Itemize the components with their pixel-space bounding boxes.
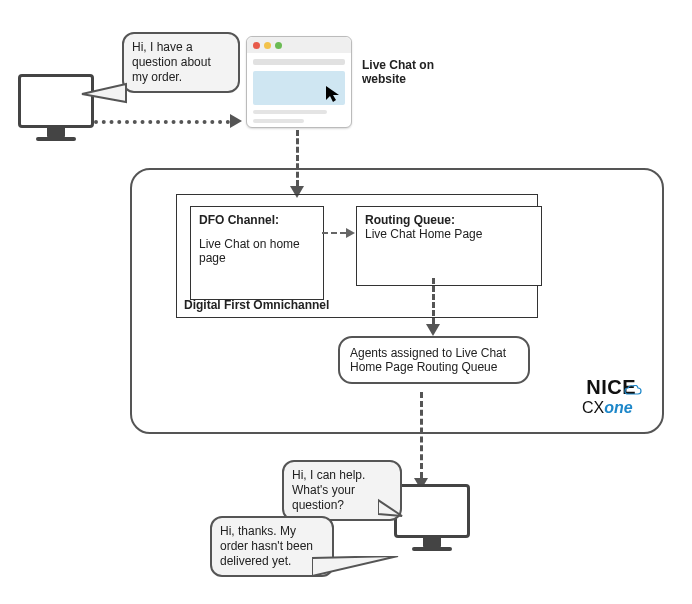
browser-urlbar <box>253 59 345 65</box>
dfo-channel-box: DFO Channel: Live Chat on home page <box>190 206 324 300</box>
browser-titlebar <box>247 37 351 53</box>
agents-text: Agents assigned to Live Chat Home Page R… <box>350 346 506 374</box>
dfo-channel-title: DFO Channel: <box>199 213 315 227</box>
browser-body <box>247 53 351 129</box>
cloud-icon <box>624 385 642 397</box>
live-chat-label: Live Chat on website <box>362 58 472 86</box>
svg-marker-1 <box>326 86 339 102</box>
window-max-dot-icon <box>275 42 282 49</box>
speech-tail-icon <box>378 498 404 520</box>
one-text: one <box>604 399 632 416</box>
monitor-icon <box>394 484 470 538</box>
svg-marker-2 <box>378 500 402 516</box>
agents-box: Agents assigned to Live Chat Home Page R… <box>338 336 530 384</box>
agent-monitor <box>394 484 470 551</box>
customer-speech-bubble: Hi, I have a question about my order. <box>122 32 240 93</box>
speech-tail-icon <box>312 556 402 586</box>
cx-text: CX <box>582 399 604 416</box>
browser-hero <box>253 71 345 105</box>
window-close-dot-icon <box>253 42 260 49</box>
customer-reply-text: Hi, thanks. My order hasn't been deliver… <box>220 524 313 568</box>
cxone-wordmark: CXone <box>582 399 636 417</box>
routing-queue-title: Routing Queue: <box>365 213 533 227</box>
browser-window <box>246 36 352 128</box>
svg-marker-3 <box>312 556 398 576</box>
dfo-label: Digital First Omnichannel <box>184 298 329 312</box>
nice-logo: NICE CXone <box>582 376 636 417</box>
customer-speech-text: Hi, I have a question about my order. <box>132 40 211 84</box>
dfo-channel-body: Live Chat on home page <box>199 237 315 265</box>
window-min-dot-icon <box>264 42 271 49</box>
routing-queue-body: Live Chat Home Page <box>365 227 533 241</box>
diagram-stage: Hi, I have a question about my order. Li… <box>0 0 692 604</box>
speech-tail-icon <box>80 80 128 110</box>
cursor-icon <box>325 85 341 103</box>
svg-marker-0 <box>82 84 126 102</box>
agent-speech-text: Hi, I can help. What's your question? <box>292 468 365 512</box>
routing-queue-box: Routing Queue: Live Chat Home Page <box>356 206 542 286</box>
